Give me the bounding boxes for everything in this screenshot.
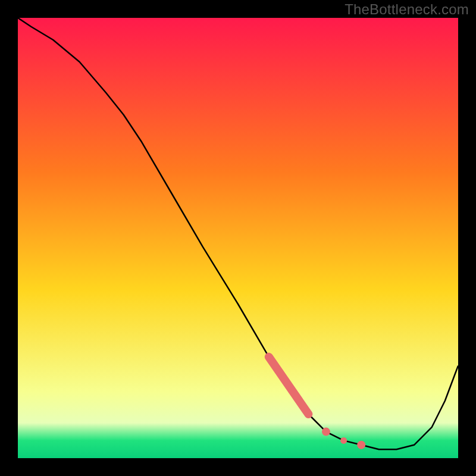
marker-dot-1	[322, 428, 330, 436]
marker-dot-3	[357, 441, 365, 449]
plot-area	[18, 18, 458, 458]
watermark-text: TheBottleneck.com	[345, 1, 469, 18]
chart-svg	[18, 18, 458, 458]
chart-frame: TheBottleneck.com	[0, 0, 476, 476]
gradient-background	[18, 18, 458, 458]
marker-dot-2	[340, 437, 347, 444]
